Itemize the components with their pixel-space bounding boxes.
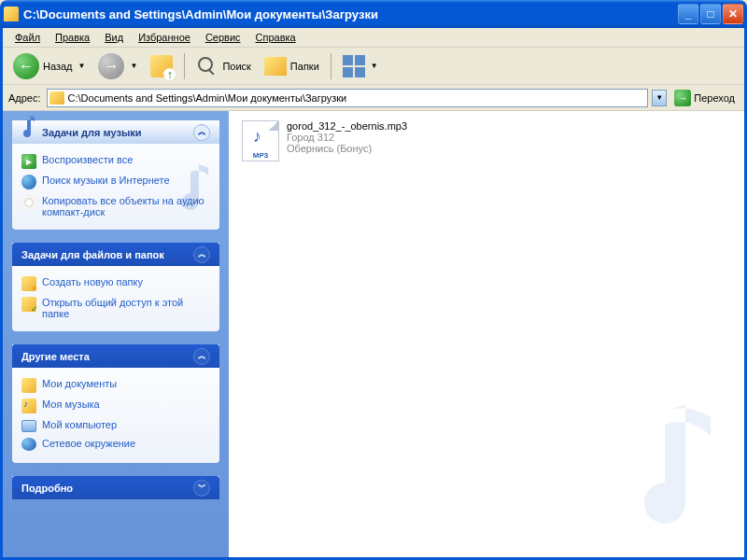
menu-favorites[interactable]: Избранное xyxy=(132,30,197,45)
folder-icon xyxy=(49,91,64,105)
forward-button[interactable]: → ▼ xyxy=(93,50,142,82)
back-button[interactable]: ← Назад ▼ xyxy=(8,50,90,82)
go-button[interactable]: → Переход xyxy=(670,88,739,108)
back-label: Назад xyxy=(43,61,73,72)
globe-icon xyxy=(21,175,36,189)
tasks-sidebar: Задачи для музыки ︽ ▶ Воспроизвести все … xyxy=(3,111,229,557)
window-title: C:\Documents and Settings\Admin\Мои доку… xyxy=(23,7,678,21)
details-panel: Подробно ︾ xyxy=(12,476,219,499)
folders-label: Папки xyxy=(290,61,319,72)
chevron-up-icon: ︽ xyxy=(193,348,210,365)
task-share-folder[interactable]: Открыть общий доступ к этой папке xyxy=(21,294,210,322)
folder-icon xyxy=(4,7,19,21)
address-bar: Адрес: C:\Documents and Settings\Admin\М… xyxy=(3,85,744,111)
chevron-down-icon: ▼ xyxy=(78,62,86,70)
file-list-area[interactable]: ♪ MP3 gorod_312_-_obernis.mp3 Город 312 … xyxy=(229,111,744,557)
cd-icon xyxy=(21,195,36,210)
views-button[interactable]: ▼ xyxy=(338,52,383,80)
task-play-all[interactable]: ▶ Воспроизвести все xyxy=(21,151,210,172)
file-folder-tasks-panel: Задачи для файлов и папок ︽ Создать нову… xyxy=(12,243,219,331)
toolbar: ← Назад ▼ → ▼ Поиск Папки ▼ xyxy=(3,48,744,85)
music-tasks-header[interactable]: Задачи для музыки ︽ xyxy=(12,120,219,144)
music-note-icon xyxy=(14,113,38,141)
maximize-button[interactable]: □ xyxy=(700,4,721,24)
chevron-down-icon: ▼ xyxy=(130,62,137,70)
network-icon xyxy=(21,438,36,451)
folders-button[interactable]: Папки xyxy=(260,54,324,78)
chevron-up-icon: ︽ xyxy=(193,246,210,263)
file-artist: Город 312 xyxy=(287,132,407,143)
task-search-music-web[interactable]: Поиск музыки в Интернете xyxy=(21,172,210,192)
up-button[interactable] xyxy=(146,52,177,80)
address-input-combo[interactable]: C:\Documents and Settings\Admin\Мои доку… xyxy=(47,89,649,107)
file-item[interactable]: ♪ MP3 gorod_312_-_obernis.mp3 Город 312 … xyxy=(240,119,501,163)
chevron-down-icon: ▼ xyxy=(371,62,378,70)
panel-title: Другие места xyxy=(21,351,90,362)
task-copy-to-cd[interactable]: Копировать все объекты на аудио компакт-… xyxy=(21,192,210,220)
chevron-down-icon: ︾ xyxy=(193,480,210,497)
new-folder-icon xyxy=(21,276,36,291)
other-places-panel: Другие места ︽ Мои документы Моя музыка … xyxy=(12,344,219,463)
go-icon: → xyxy=(674,90,691,106)
computer-icon xyxy=(21,420,36,432)
file-folder-tasks-header[interactable]: Задачи для файлов и папок ︽ xyxy=(12,243,219,266)
mp3-file-icon: ♪ MP3 xyxy=(242,120,279,161)
other-places-header[interactable]: Другие места ︽ xyxy=(12,344,219,368)
play-icon: ▶ xyxy=(21,154,36,169)
go-label: Переход xyxy=(694,92,735,104)
file-title: Обернись (Бонус) xyxy=(287,143,407,154)
file-name: gorod_312_-_obernis.mp3 xyxy=(287,120,407,132)
details-header[interactable]: Подробно ︾ xyxy=(12,476,219,499)
panel-title: Задачи для файлов и папок xyxy=(21,249,164,260)
forward-icon: → xyxy=(98,53,124,79)
back-icon: ← xyxy=(13,53,39,79)
music-note-watermark-icon xyxy=(597,393,727,544)
link-network-places[interactable]: Сетевое окружение xyxy=(21,435,210,454)
search-button[interactable]: Поиск xyxy=(191,52,255,80)
folder-up-icon xyxy=(150,55,173,77)
search-label: Поиск xyxy=(222,61,250,72)
minimize-button[interactable]: _ xyxy=(678,4,698,24)
title-bar: C:\Documents and Settings\Admin\Мои доку… xyxy=(0,0,747,28)
separator xyxy=(184,53,185,79)
menu-tools[interactable]: Сервис xyxy=(199,30,247,45)
views-icon xyxy=(343,55,365,77)
folder-icon xyxy=(21,378,36,393)
menu-view[interactable]: Вид xyxy=(98,30,130,45)
link-my-documents[interactable]: Мои документы xyxy=(21,375,210,396)
folders-icon xyxy=(264,57,287,76)
close-button[interactable]: ✕ xyxy=(723,4,743,24)
search-icon xyxy=(196,55,218,77)
address-text: C:\Documents and Settings\Admin\Мои доку… xyxy=(68,92,646,104)
address-dropdown-button[interactable]: ▼ xyxy=(652,90,667,106)
menu-bar: Файл Правка Вид Избранное Сервис Справка xyxy=(3,28,744,48)
task-new-folder[interactable]: Создать новую папку xyxy=(21,273,210,294)
menu-file[interactable]: Файл xyxy=(8,30,47,45)
music-folder-icon xyxy=(21,399,36,413)
chevron-up-icon: ︽ xyxy=(193,124,210,141)
address-label: Адрес: xyxy=(8,92,43,104)
panel-title: Задачи для музыки xyxy=(42,127,142,138)
link-my-computer[interactable]: Мой компьютер xyxy=(21,416,210,435)
menu-help[interactable]: Справка xyxy=(249,30,303,45)
link-my-music[interactable]: Моя музыка xyxy=(21,396,210,416)
panel-title: Подробно xyxy=(21,483,73,494)
separator xyxy=(331,53,331,79)
music-tasks-panel: Задачи для музыки ︽ ▶ Воспроизвести все … xyxy=(12,120,219,230)
menu-edit[interactable]: Правка xyxy=(49,30,96,45)
share-folder-icon xyxy=(21,297,36,312)
